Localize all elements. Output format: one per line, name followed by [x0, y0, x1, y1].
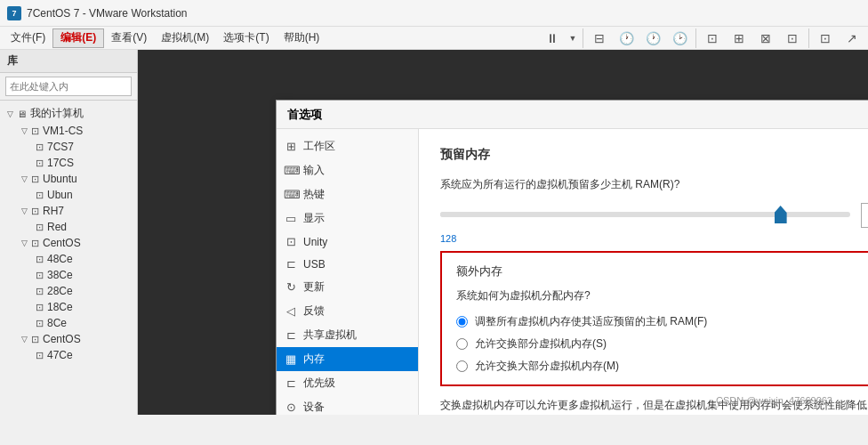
tree-centos1-label: CentOS — [43, 237, 81, 249]
vm-icon: ⊡ — [31, 206, 39, 217]
tree-48ce[interactable]: ⊡48Ce — [28, 251, 137, 267]
library-search-input[interactable] — [5, 77, 132, 96]
vm-icon: ⊡ — [31, 238, 39, 249]
dialog-content-area: 预留内存 系统应为所有运行的虚拟机预留多少主机 RAM(R)? 1 — [419, 129, 868, 415]
tree-rh7-label: RH7 — [43, 205, 64, 217]
nav-input[interactable]: ⌨ 输入 — [277, 158, 418, 182]
nav-display[interactable]: ▭ 显示 — [277, 206, 418, 231]
priority-icon: ⊏ — [284, 376, 298, 390]
nav-update[interactable]: ↻ 更新 — [277, 275, 418, 299]
tree-28ce[interactable]: ⊡28Ce — [28, 283, 137, 299]
vm-icon: ⊡ — [36, 302, 44, 313]
vm-icon: ⊡ — [31, 125, 39, 137]
nav-share[interactable]: ⊏ 共享虚拟机 — [277, 323, 418, 347]
radio-fit-input[interactable] — [456, 316, 468, 328]
settings-btn[interactable]: ⊠ — [753, 27, 778, 50]
tree-my-computer[interactable]: ▽ 🖥 我的计算机 — [0, 104, 137, 123]
tree-centos2[interactable]: ▽ ⊡ CentOS — [14, 331, 137, 347]
fullscreen-btn[interactable]: ⊡ — [700, 27, 725, 50]
menu-file[interactable]: 文件(F) — [4, 28, 52, 48]
memory-value-input[interactable]: 13699 — [862, 204, 868, 227]
vm-icon: ⊡ — [36, 190, 44, 201]
clone-btn[interactable]: ⊟ — [587, 27, 612, 50]
vm-icon: ⊡ — [36, 158, 44, 169]
watermark: CSDN @weixin_47669063 — [716, 395, 832, 406]
nav-hotkeys-label: 热键 — [303, 187, 325, 202]
library-tree: ▽ 🖥 我的计算机 ▽ ⊡ VM1-CS ⊡ 7CS7 ⊡ 1 — [0, 101, 137, 415]
radio-swap-most-input[interactable] — [456, 360, 468, 372]
library-search-container — [0, 73, 137, 101]
tree-8ce[interactable]: ⊡8Ce — [28, 315, 137, 331]
nav-workspace[interactable]: ⊞ 工作区 — [277, 134, 418, 158]
vm-icon: ⊡ — [36, 222, 44, 233]
tree-ubuntu[interactable]: ▽ ⊡ Ubuntu — [14, 171, 137, 187]
vm-icon: ⊡ — [36, 318, 44, 329]
tree-vm1[interactable]: ▽ ⊡ VM1-CS — [14, 123, 137, 139]
tree-red[interactable]: ⊡ Red — [28, 219, 137, 235]
unity-icon: ⊡ — [284, 235, 298, 248]
collapse-icon: ▽ — [7, 109, 13, 118]
nav-unity[interactable]: ⊡ Unity — [277, 231, 418, 253]
nav-usb[interactable]: ⊏ USB — [277, 253, 418, 275]
nav-priority[interactable]: ⊏ 优先级 — [277, 371, 418, 395]
tree-centos1[interactable]: ▽ ⊡ CentOS — [14, 235, 137, 251]
collapse-arrow: ▽ — [21, 206, 28, 215]
nav-devices[interactable]: ⊙ 设备 — [277, 395, 418, 415]
nav-share-label: 共享虚拟机 — [303, 328, 357, 343]
radio-swap-some-input[interactable] — [456, 338, 468, 350]
vm-icon: ⊡ — [31, 334, 39, 345]
nav-hotkeys[interactable]: ⌨ 热键 — [277, 182, 418, 206]
more-btn[interactable]: ↗ — [840, 27, 864, 50]
reserve-memory-label: 系统应为所有运行的虚拟机预留多少主机 RAM(R)? — [440, 177, 868, 192]
display-icon: ▭ — [284, 212, 298, 225]
nav-feedback[interactable]: ◁ 反馈 — [277, 299, 418, 323]
usb-icon: ⊏ — [284, 257, 298, 271]
menu-view[interactable]: 查看(V) — [104, 28, 154, 48]
snapshot-btn[interactable]: 🕐 — [614, 27, 639, 50]
radio-swap-most[interactable]: 允许交换大部分虚拟机内存(M) — [456, 359, 868, 374]
restore-btn[interactable]: 🕐 — [640, 27, 665, 50]
menu-help[interactable]: 帮助(H) — [277, 28, 327, 48]
memory-icon: ▦ — [284, 352, 298, 366]
save-snapshot-btn[interactable]: 🕑 — [667, 27, 692, 50]
tree-rh7[interactable]: ▽ ⊡ RH7 — [14, 203, 137, 219]
radio-fit[interactable]: 调整所有虚拟机内存使其适应预留的主机 RAM(F) — [456, 314, 868, 329]
nav-priority-label: 优先级 — [303, 376, 335, 391]
nav-display-label: 显示 — [303, 211, 325, 226]
radio-swap-some[interactable]: 允许交换部分虚拟机内存(S) — [456, 336, 868, 352]
dropdown-btn[interactable]: ▼ — [567, 27, 579, 50]
vm-icon: ⊡ — [31, 174, 39, 185]
collapse-arrow: ▽ — [21, 239, 28, 247]
extra-memory-title: 额外内存 — [456, 263, 868, 279]
vm-icon: ⊡ — [36, 254, 44, 265]
menu-edit[interactable]: 编辑(E) — [52, 28, 104, 48]
menu-vm[interactable]: 虚拟机(M) — [154, 28, 216, 48]
menu-tabs[interactable]: 选项卡(T) — [216, 28, 276, 48]
computer-icon: 🖥 — [17, 109, 27, 119]
vm-icon: ⊡ — [36, 270, 44, 281]
tree-18ce[interactable]: ⊡18Ce — [28, 299, 137, 315]
memory-spinbox[interactable]: 13699 ▲ ▼ — [861, 203, 868, 228]
collapse-arrow: ▽ — [21, 174, 28, 183]
input-icon: ⌨ — [284, 164, 298, 177]
library-panel: 库 ▽ 🖥 我的计算机 ▽ ⊡ VM1-CS ⊡ 7CS7 — [0, 50, 138, 415]
tree-centos2-label: CentOS — [43, 333, 81, 345]
workspace-icon: ⊞ — [284, 140, 298, 153]
pause-btn[interactable]: ⏸ — [540, 27, 565, 50]
unity-btn[interactable]: ⊞ — [727, 27, 751, 50]
view-btn[interactable]: ⊡ — [780, 27, 805, 50]
tree-17cs[interactable]: ⊡ 17CS — [28, 155, 137, 171]
tree-47ce[interactable]: ⊡47Ce — [28, 347, 137, 363]
vm-icon: ⊡ — [36, 286, 44, 297]
tree-ubun[interactable]: ⊡ Ubun — [28, 187, 137, 203]
extra-memory-section: 额外内存 系统如何为虚拟机分配内存? 调整所有虚拟机内存使其适应预留的主机 RA… — [440, 251, 868, 386]
nav-memory[interactable]: ▦ 内存 — [277, 347, 418, 371]
zoom-btn[interactable]: ⊡ — [813, 27, 838, 50]
slider-thumb[interactable] — [775, 206, 787, 223]
dialog-title-bar: 首选项 × — [277, 101, 868, 129]
library-header: 库 — [0, 50, 137, 73]
tree-17cs-label: 17CS — [47, 157, 74, 169]
tree-7cs7[interactable]: ⊡ 7CS7 — [28, 139, 137, 155]
tree-38ce[interactable]: ⊡38Ce — [28, 267, 137, 283]
memory-radio-group: 调整所有虚拟机内存使其适应预留的主机 RAM(F) 允许交换部分虚拟机内存(S)… — [456, 314, 868, 374]
